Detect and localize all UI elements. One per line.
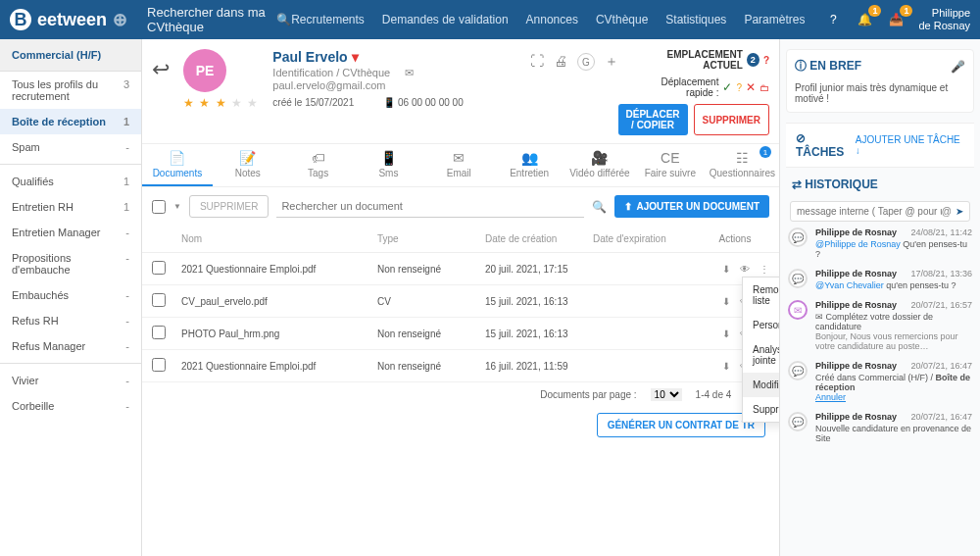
back-button[interactable]: ↩ xyxy=(152,49,170,135)
doc-search-input[interactable] xyxy=(276,195,584,218)
sidebar-item[interactable]: Refus Manager- xyxy=(0,333,141,359)
sidebar-item[interactable]: Boîte de réception1 xyxy=(0,109,141,134)
search-icon[interactable]: 🔍 xyxy=(592,200,607,214)
ctx-item[interactable]: Remonter en tête de liste xyxy=(743,278,779,313)
row-checkbox[interactable] xyxy=(152,293,166,307)
download-icon[interactable]: ⬇ xyxy=(722,264,730,275)
tab-faire-suivre[interactable]: CEFaire suivre xyxy=(635,144,706,186)
select-all-checkbox[interactable] xyxy=(152,200,166,214)
download-icon[interactable]: ⬇ xyxy=(722,361,730,372)
delete-docs-button[interactable]: SUPPRIMER xyxy=(189,195,269,218)
ctx-item[interactable]: Personnaliser xyxy=(743,313,779,337)
add-task-button[interactable]: AJOUTER UNE TÂCHE ↓ xyxy=(856,134,964,156)
mic-icon[interactable]: 🎤 xyxy=(951,60,965,74)
tab-documents[interactable]: 📄Documents xyxy=(142,144,213,186)
chevron-down-icon[interactable]: ▼ xyxy=(173,202,181,211)
profile-email[interactable]: paul.ervelo@gmail.com xyxy=(272,79,385,91)
sidebar-item[interactable]: Corbeille- xyxy=(0,393,141,419)
plus-icon[interactable]: ⊕ xyxy=(113,9,127,30)
add-document-button[interactable]: ⬆AJOUTER UN DOCUMENT xyxy=(614,195,769,218)
sidebar-item[interactable]: Embauchés- xyxy=(0,282,141,308)
info-icon: ⓘ xyxy=(795,59,807,73)
inbox-icon[interactable]: 📥1 xyxy=(887,11,905,28)
ctx-item[interactable]: Modifier xyxy=(743,373,779,397)
sidebar-item[interactable]: Qualifiés1 xyxy=(0,169,141,194)
col-type: Type xyxy=(377,233,485,244)
g-icon[interactable]: G xyxy=(577,53,595,71)
generate-contract-button[interactable]: GÉNÉRER UN CONTRAT DE TR xyxy=(597,413,765,437)
more-icon[interactable]: ⋮ xyxy=(760,264,769,275)
profile-phone[interactable]: 📱 06 00 00 00 00 xyxy=(383,97,464,108)
bell-icon[interactable]: 🔔1 xyxy=(856,11,873,28)
sidebar-item[interactable]: Tous les profils du recrutement3 xyxy=(0,72,141,109)
sidebar: Commercial (H/F) Tous les profils du rec… xyxy=(0,39,142,556)
table-row[interactable]: 2021 Questionnaire Emploi.pdf Non rensei… xyxy=(142,350,779,382)
profile-name[interactable]: Paul Ervelo▾ xyxy=(272,49,516,65)
doc-toolbar: ▼ SUPPRIMER 🔍 ⬆AJOUTER UN DOCUMENT xyxy=(142,187,779,226)
message-input[interactable] xyxy=(797,206,942,217)
help-small-icon[interactable]: ? xyxy=(763,55,769,66)
sidebar-item[interactable]: Entretien Manager- xyxy=(0,220,141,245)
tab-questionnaires[interactable]: ☷Questionnaires1 xyxy=(706,144,779,186)
delete-profile-button[interactable]: SUPPRIMER xyxy=(694,104,769,135)
download-icon[interactable]: ⬇ xyxy=(722,329,730,339)
tab-entretien[interactable]: 👥Entretien xyxy=(494,144,564,186)
location-count[interactable]: 2 xyxy=(747,53,760,67)
search-icon[interactable]: 🔍 xyxy=(276,13,291,26)
logo[interactable]: B eetween ⊕ xyxy=(10,9,127,30)
move-copy-button[interactable]: DÉPLACER / COPIER xyxy=(618,104,688,135)
col-actions: Actions xyxy=(701,233,769,244)
at-icon[interactable]: @ xyxy=(942,206,952,217)
row-checkbox[interactable] xyxy=(152,358,166,372)
logo-b-icon: B xyxy=(10,9,31,30)
brief-body: Profil junior mais très dynamique et mot… xyxy=(795,82,965,104)
x-icon[interactable]: ✕ xyxy=(746,80,756,94)
per-page-select[interactable]: 10 xyxy=(651,388,682,401)
user-menu[interactable]: Philippe de Rosnay xyxy=(918,7,970,32)
ctx-item[interactable]: Analyser la pièce jointe xyxy=(743,337,779,373)
send-icon[interactable]: ➤ xyxy=(956,206,963,217)
table-row[interactable]: PHOTO Paul_hrm.png Non renseigné 15 juil… xyxy=(142,318,779,350)
history-icon: 💬 xyxy=(788,227,808,247)
table-row[interactable]: CV_paul_ervelo.pdf CV 15 juil. 2021, 16:… xyxy=(142,285,779,318)
sidebar-item[interactable]: Refus RH- xyxy=(0,308,141,333)
profile-info: Paul Ervelo▾ Identification / CVthèque ✉… xyxy=(272,49,516,135)
sidebar-item[interactable]: Entretien RH1 xyxy=(0,194,141,220)
download-icon[interactable]: ⬇ xyxy=(722,296,730,307)
header-search[interactable]: Rechercher dans ma CVthèque 🔍 xyxy=(147,5,291,34)
print-icon[interactable]: 🖨 xyxy=(554,53,567,69)
tab-sms[interactable]: 📱Sms xyxy=(354,144,424,186)
help-icon[interactable]: ? xyxy=(824,11,842,28)
plus-icon[interactable]: ＋ xyxy=(605,53,618,71)
message-input-wrap: @ ➤ xyxy=(790,201,970,222)
nav-parametres[interactable]: Paramètres xyxy=(744,13,805,26)
ctx-item[interactable]: Supprimer xyxy=(743,397,779,422)
table-row[interactable]: 2021 Questionnaire Emploi.pdf Non rensei… xyxy=(142,253,779,285)
nav-statistiques[interactable]: Statistiques xyxy=(665,13,726,26)
tab-email[interactable]: ✉Email xyxy=(423,144,494,186)
tab-vidéo-différée[interactable]: 🎥Vidéo différée xyxy=(564,144,635,186)
question-icon[interactable]: ? xyxy=(736,82,742,93)
tab-tags[interactable]: 🏷Tags xyxy=(283,144,354,186)
sidebar-item[interactable]: Spam- xyxy=(0,134,141,160)
rating-stars[interactable]: ★ ★ ★ ★ ★ xyxy=(183,96,259,110)
check-icon[interactable]: ✓ xyxy=(722,80,732,94)
check-circle-icon: ⊘ xyxy=(796,131,806,145)
row-checkbox[interactable] xyxy=(152,326,166,339)
sidebar-item[interactable]: Propositions d'embauche- xyxy=(0,245,141,282)
folder-icon[interactable]: 🗀 xyxy=(760,82,769,93)
sidebar-title[interactable]: Commercial (H/F) xyxy=(0,39,141,72)
nav-cvtheque[interactable]: CVthèque xyxy=(596,13,648,26)
row-checkbox[interactable] xyxy=(152,261,166,275)
nav-annonces[interactable]: Annonces xyxy=(526,13,578,26)
nav-demandes[interactable]: Demandes de validation xyxy=(382,13,509,26)
nav-recrutements[interactable]: Recrutements xyxy=(291,13,365,26)
history-list: 💬 Philippe de Rosnay24/08/21, 11:42 @Phi… xyxy=(780,227,980,443)
expand-icon[interactable]: ⛶ xyxy=(530,53,544,69)
user-first: Philippe xyxy=(918,7,970,20)
app-header: B eetween ⊕ Rechercher dans ma CVthèque … xyxy=(0,0,980,39)
eye-icon[interactable]: 👁 xyxy=(740,264,750,275)
inbox-badge: 1 xyxy=(900,5,912,17)
tab-notes[interactable]: 📝Notes xyxy=(213,144,283,186)
sidebar-item[interactable]: Vivier- xyxy=(0,368,141,393)
